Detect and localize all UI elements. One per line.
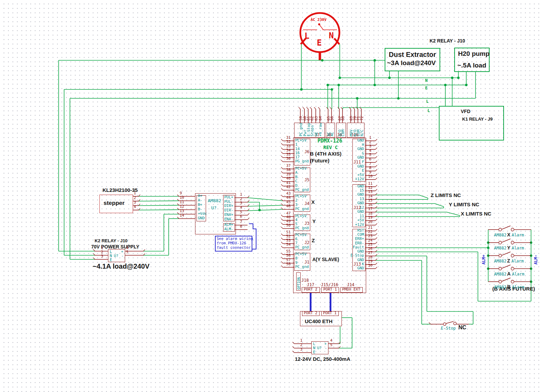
alarm-row-text: B bbox=[507, 284, 510, 290]
ac-terminal-n: N bbox=[329, 31, 334, 40]
alarm-row-text: X bbox=[507, 232, 510, 237]
alarm-row-text: AM882 bbox=[494, 259, 506, 264]
uc400-name: UC400 ETH bbox=[305, 319, 333, 324]
pin-number: 44 bbox=[279, 196, 291, 200]
pin-label: E bbox=[343, 169, 364, 173]
pin-hook bbox=[375, 237, 377, 239]
pin-hook bbox=[375, 242, 377, 244]
pin-hook bbox=[310, 107, 312, 109]
h2o-pump-load: ~.5A load bbox=[457, 62, 486, 69]
alarm-row-text: Z bbox=[507, 258, 510, 264]
pin-hook bbox=[375, 178, 377, 180]
pin-hook bbox=[375, 223, 377, 225]
pin-label: +5V bbox=[343, 218, 364, 222]
pin-number: 66 bbox=[330, 116, 334, 121]
pin-number: 38 bbox=[279, 168, 291, 172]
alarm-note-line1: See alarm wiring bbox=[217, 237, 253, 241]
ps70-pin-e: E bbox=[110, 258, 112, 262]
alarm-note-line3: fault connector bbox=[217, 246, 251, 250]
pin-label: GND bbox=[343, 138, 364, 143]
pdmx-name: PDMX-126 bbox=[317, 138, 342, 144]
ps24-pin-minus: - bbox=[325, 346, 327, 350]
wire bbox=[435, 204, 444, 207]
pin-hook bbox=[375, 189, 377, 191]
uc400-port1-label: PORT 1 bbox=[323, 311, 337, 315]
pin-hook bbox=[248, 213, 249, 215]
x-limits-label: X LIMITS NC bbox=[461, 211, 491, 217]
dust-extractor-box: Dust Extractor ~3A load@240V bbox=[385, 48, 440, 71]
switch-contact bbox=[499, 254, 502, 257]
pin-number: 54 bbox=[279, 243, 291, 247]
junction-dot bbox=[397, 97, 399, 99]
pin-number: 8 bbox=[240, 224, 242, 229]
pin-number: 5 bbox=[126, 250, 129, 254]
pin-number: 10 bbox=[180, 196, 184, 200]
wire bbox=[248, 205, 283, 206]
axis-label: X bbox=[311, 199, 315, 205]
pin-label: +12V bbox=[343, 223, 364, 227]
pin-label: E-Stop bbox=[343, 254, 364, 258]
switch-contact bbox=[511, 228, 514, 231]
dust-extractor-name: Dust Extractor bbox=[389, 51, 436, 58]
switch-contact bbox=[443, 323, 446, 326]
switch-contact bbox=[499, 241, 502, 244]
wire bbox=[248, 209, 283, 211]
wire bbox=[419, 195, 428, 198]
ps70-ref: U? bbox=[114, 254, 118, 258]
ac-terminal-e: E bbox=[317, 38, 322, 47]
pin-number: 1 bbox=[297, 339, 302, 343]
pin-hook bbox=[375, 139, 377, 141]
vfd-box: VFD K1 RELAY - J9 bbox=[439, 106, 504, 140]
alarm-switch-blade bbox=[502, 239, 510, 242]
pin-label: PUL+ bbox=[224, 195, 234, 199]
switch-contact bbox=[511, 241, 514, 244]
switch-contact bbox=[511, 280, 514, 283]
pin-hook bbox=[375, 161, 377, 162]
pin-number: 1 bbox=[240, 193, 242, 197]
pin-label: +Vdc bbox=[198, 212, 207, 216]
ps24-pin-e: E bbox=[313, 350, 315, 354]
pin-hook bbox=[375, 144, 377, 145]
pin-label: ERR+ bbox=[343, 237, 364, 241]
switch-contact bbox=[511, 267, 514, 270]
pdmx-rev: REV C bbox=[323, 145, 338, 150]
pin-hook bbox=[292, 342, 294, 344]
pdmx-baxis-line1: B (4TH AXIS) bbox=[310, 151, 341, 157]
uc400-port1-box: PORT 1 bbox=[321, 311, 339, 316]
junction-dot bbox=[338, 76, 341, 79]
ac-source-label: AC 230V bbox=[311, 18, 326, 22]
pin-number: 4 bbox=[330, 339, 333, 343]
alarm-switch-blade bbox=[502, 252, 510, 255]
pin-number: 13 bbox=[366, 190, 375, 194]
pin-hook bbox=[375, 165, 377, 167]
alm-plus-label: ALM+ bbox=[482, 255, 486, 265]
junction-dot bbox=[300, 88, 302, 90]
axis-label: Y bbox=[312, 219, 316, 224]
pdmx-port1-box: PORT 1 bbox=[321, 287, 339, 293]
pin-hook bbox=[341, 107, 342, 109]
connector-ref: J2 bbox=[304, 241, 309, 245]
pin-label: C bbox=[295, 179, 298, 183]
junction-dot bbox=[373, 84, 376, 86]
alarm-row-text: Alarm bbox=[512, 233, 524, 237]
estop-nc-label: NC bbox=[458, 324, 466, 331]
pin-hook bbox=[375, 263, 377, 265]
am882-name: AM882 bbox=[208, 198, 221, 203]
pin-number: 58 bbox=[279, 262, 291, 266]
pin-hook bbox=[292, 351, 294, 353]
pin-hook bbox=[292, 346, 294, 348]
alarm-row-label: AM882ZAlarm bbox=[494, 258, 524, 264]
axis-label: A(Y SLAVE) bbox=[312, 257, 339, 262]
junction-dot bbox=[373, 59, 376, 61]
pin-hook bbox=[303, 107, 304, 109]
ps70-pin-minus: - bbox=[121, 254, 124, 258]
ac-terminal-l: L bbox=[304, 32, 309, 40]
dust-extractor-load: ~3A load@240V bbox=[387, 60, 436, 67]
junction-dot bbox=[337, 84, 340, 86]
switch-contact bbox=[454, 322, 456, 325]
h2o-pump-box: H20 pump ~.5A load bbox=[454, 48, 490, 72]
pin-label: 8 bbox=[295, 256, 298, 260]
pin-hook bbox=[299, 107, 300, 109]
junction-dot bbox=[318, 23, 320, 25]
junction-dot bbox=[388, 76, 390, 79]
